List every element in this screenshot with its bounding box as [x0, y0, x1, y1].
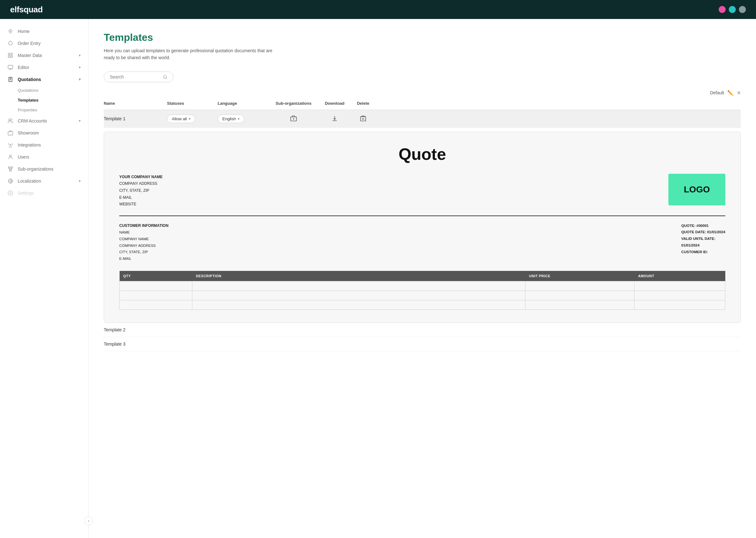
sidebar-item-order-entry[interactable]: Order Entry: [0, 37, 88, 49]
table-header-qty: QTY: [120, 271, 192, 281]
quote-number-row: QUOTE: #00001: [681, 223, 725, 229]
download-icon[interactable]: [331, 115, 338, 122]
sidebar-item-showroom[interactable]: Showroom: [0, 127, 88, 139]
sidebar-label-users: Users: [18, 154, 29, 159]
sidebar-item-quotations[interactable]: Quotations ▾: [0, 74, 88, 85]
template-2-name: Template 2: [104, 327, 167, 332]
logo-text: LOGO: [684, 185, 710, 195]
sidebar-item-master-data[interactable]: Master Data ▾: [0, 49, 88, 61]
preview-table: QTY DESCRIPTION UNIT PRICE AMOUNT: [119, 271, 725, 310]
template-1-statuses[interactable]: Allow all ▾: [167, 115, 218, 123]
svg-rect-2: [8, 56, 10, 58]
gray-dot: [739, 6, 746, 13]
header-statuses: Statuses: [167, 101, 218, 106]
sidebar-item-editor[interactable]: Editor ▾: [0, 61, 88, 74]
statuses-chevron-icon: ▾: [189, 117, 190, 121]
company-name: YOUR COMPANY NAME: [119, 174, 163, 181]
company-address: COMPANY ADDRESS: [119, 181, 163, 188]
sidebar-item-crm[interactable]: CRM Accounts ▾: [0, 115, 88, 127]
delete-icon[interactable]: [360, 115, 367, 122]
sidebar-item-integrations[interactable]: Integrations: [0, 139, 88, 151]
template-1-language[interactable]: English ▾: [218, 115, 268, 123]
quotations-submenu: Quotations Templates Properties: [0, 85, 88, 115]
page-title: Templates: [104, 32, 741, 43]
template-preview-panel: Quote YOUR COMPANY NAME COMPANY ADDRESS …: [104, 132, 741, 323]
integrations-icon: [8, 142, 13, 148]
default-area: Default ✏️ ✕: [104, 90, 741, 96]
sidebar-item-home[interactable]: Home: [0, 25, 88, 37]
sidebar-label-sub-orgs: Sub-organizations: [18, 166, 53, 172]
sidebar-label-localization: Localization: [18, 179, 41, 184]
sidebar-label-editor: Editor: [18, 65, 29, 70]
search-bar[interactable]: [104, 72, 173, 82]
company-email: E-MAIL: [119, 194, 163, 201]
chevron-editor: ▾: [79, 65, 81, 70]
sidebar-collapse-button[interactable]: ‹: [84, 516, 88, 525]
svg-rect-0: [8, 53, 10, 55]
language-value: English: [223, 117, 236, 121]
svg-point-8: [10, 144, 11, 146]
search-input[interactable]: [110, 74, 160, 80]
sidebar-item-users[interactable]: Users: [0, 151, 88, 163]
template-1-download[interactable]: [319, 115, 350, 123]
sidebar: Home Order Entry Master Data ▾ Editor ▾ …: [0, 19, 88, 538]
sidebar-item-localization[interactable]: Localization ▾: [0, 175, 88, 187]
sidebar-sub-templates[interactable]: Templates: [18, 95, 88, 105]
statuses-dropdown[interactable]: Allow all ▾: [167, 115, 195, 123]
template-1-delete[interactable]: [350, 115, 376, 123]
preview-info-row: CUSTOMER INFORMATION NAME COMPANY NAME C…: [119, 223, 725, 262]
valid-until-row: VALID UNTIL DATE: 01/01/2024: [681, 236, 725, 248]
quote-date-row: QUOTE DATE: 01/01/2024: [681, 229, 725, 236]
svg-rect-10: [8, 167, 10, 168]
pink-dot: [719, 6, 726, 13]
home-icon: [8, 28, 13, 34]
localization-icon: [8, 178, 13, 184]
table-header-unit-price: UNIT PRICE: [526, 271, 634, 281]
sidebar-sub-properties[interactable]: Properties: [18, 105, 88, 115]
svg-rect-5: [9, 77, 12, 81]
sidebar-label-crm: CRM Accounts: [18, 118, 47, 124]
edit-icon[interactable]: ✏️: [727, 90, 733, 96]
chevron-crm: ▾: [79, 119, 81, 123]
company-info: YOUR COMPANY NAME COMPANY ADDRESS CITY, …: [119, 174, 163, 208]
order-entry-icon: [8, 40, 13, 46]
customer-section-title: CUSTOMER INFORMATION: [119, 223, 169, 230]
chevron-localization: ▾: [79, 179, 81, 183]
customer-email: E-MAIL: [119, 255, 169, 262]
sidebar-label-order-entry: Order Entry: [18, 41, 40, 46]
preview-quote-title: Quote: [119, 145, 725, 164]
sidebar-sub-quotations[interactable]: Quotations: [18, 85, 88, 95]
svg-rect-1: [11, 53, 13, 55]
header-delete: Delete: [350, 101, 376, 106]
customer-id-row: CUSTOMER ID:: [681, 249, 725, 255]
chevron-quotations: ▾: [79, 77, 81, 81]
svg-point-14: [10, 192, 11, 194]
valid-until-label: VALID UNTIL DATE:: [681, 237, 716, 241]
template-1-suborg[interactable]: [268, 115, 319, 123]
header-language: Language: [218, 101, 268, 106]
statuses-value: Allow all: [172, 117, 187, 121]
master-data-icon: [8, 53, 13, 58]
quote-details: QUOTE: #00001 QUOTE DATE: 01/01/2024 VAL…: [681, 223, 725, 262]
sub-org-store-icon[interactable]: [290, 115, 297, 122]
company-city: CITY, STATE, ZIP: [119, 188, 163, 194]
table-row-template-1[interactable]: Template 1 Allow all ▾ English ▾: [104, 110, 741, 128]
table-row: [120, 300, 725, 309]
main-layout: Home Order Entry Master Data ▾ Editor ▾ …: [0, 19, 756, 538]
customer-id-label: CUSTOMER ID:: [681, 250, 708, 254]
customer-info: CUSTOMER INFORMATION NAME COMPANY NAME C…: [119, 223, 169, 262]
content-area: Templates Here you can upload templates …: [88, 19, 756, 538]
table-row-template-3[interactable]: Template 3: [104, 337, 741, 351]
close-default-icon[interactable]: ✕: [737, 90, 741, 96]
svg-point-9: [10, 155, 11, 157]
quote-number-value: #00001: [696, 224, 709, 228]
sidebar-label-integrations: Integrations: [18, 142, 41, 147]
quote-date-value: 01/01/2024: [707, 230, 725, 234]
table-header-amount: AMOUNT: [634, 271, 725, 281]
sidebar-item-sub-orgs[interactable]: Sub-organizations: [0, 163, 88, 175]
sidebar-item-settings[interactable]: Settings: [0, 187, 88, 199]
table-row-template-2[interactable]: Template 2: [104, 323, 741, 337]
preview-header: YOUR COMPANY NAME COMPANY ADDRESS CITY, …: [119, 174, 725, 208]
preview-divider: [119, 216, 725, 216]
language-dropdown[interactable]: English ▾: [218, 115, 244, 123]
